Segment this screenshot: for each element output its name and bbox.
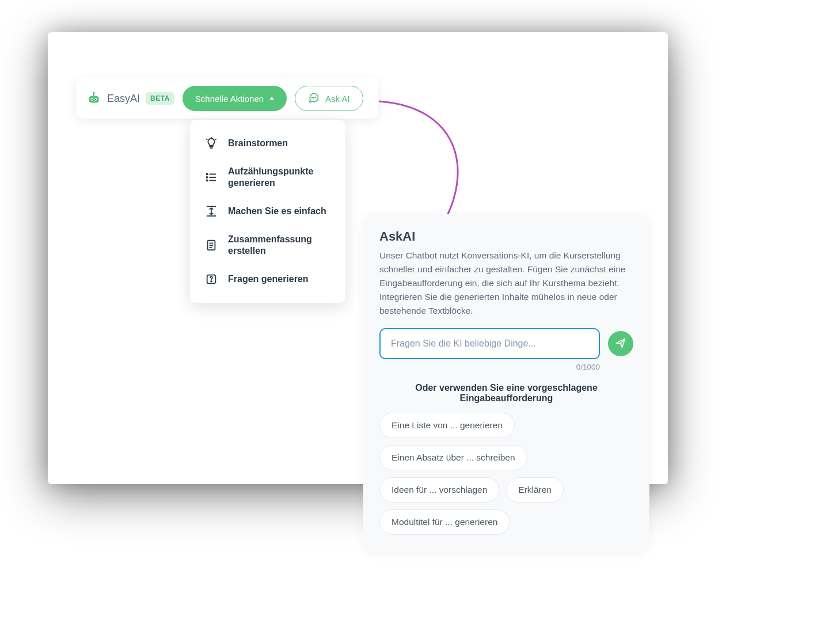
svg-point-17 — [207, 180, 208, 181]
quick-actions-label: Schnelle Aktionen — [195, 94, 264, 104]
dropdown-item-brainstorm[interactable]: Brainstormen — [190, 129, 345, 158]
chat-bubble-icon — [308, 92, 320, 105]
chevron-up-icon — [269, 97, 274, 100]
svg-rect-2 — [89, 96, 98, 103]
char-count: 0/1000 — [379, 363, 633, 371]
svg-point-9 — [315, 97, 316, 97]
dropdown-item-summarize[interactable]: Zusammenfassung erstellen — [190, 226, 345, 265]
easyai-toolbar: EasyAI BETA Schnelle Aktionen Ask AI — [76, 78, 378, 119]
document-icon — [205, 239, 218, 252]
dropdown-item-bullets[interactable]: Aufzählungspunkte generieren — [190, 158, 345, 197]
dropdown-item-label: Aufzählungspunkte generieren — [228, 166, 330, 189]
svg-line-12 — [215, 139, 216, 140]
svg-point-13 — [207, 173, 208, 174]
suggestion-chip[interactable]: Einen Absatz über ... schreiben — [379, 445, 527, 470]
suggestion-chip[interactable]: Modultitel für ... generieren — [379, 509, 510, 535]
panel-description: Unser Chatbot nutzt Konversations-KI, um… — [379, 249, 633, 318]
send-icon — [615, 337, 626, 351]
svg-point-5 — [92, 99, 93, 100]
dropdown-item-label: Zusammenfassung erstellen — [228, 234, 330, 257]
suggestion-chips: Eine Liste von ... generieren Einen Absa… — [379, 413, 633, 535]
robot-icon — [86, 91, 101, 106]
list-icon — [205, 171, 218, 184]
prompt-input[interactable] — [379, 328, 600, 359]
send-button[interactable] — [608, 331, 633, 356]
brand: EasyAI BETA — [86, 91, 174, 106]
svg-point-6 — [95, 99, 96, 100]
lightbulb-icon — [205, 137, 218, 150]
suggestion-chip[interactable]: Ideen für ... vorschlagen — [379, 477, 499, 503]
brand-label: EasyAI — [107, 93, 140, 105]
beta-badge: BETA — [146, 92, 174, 105]
askai-panel: AskAI Unser Chatbot nutzt Konversations-… — [363, 214, 649, 552]
suggestion-chip[interactable]: Eine Liste von ... generieren — [379, 413, 515, 438]
svg-point-0 — [93, 92, 94, 94]
svg-point-15 — [207, 177, 208, 178]
quick-actions-button[interactable]: Schnelle Aktionen — [183, 86, 287, 111]
svg-point-8 — [313, 97, 314, 97]
compress-icon — [205, 205, 218, 218]
svg-line-11 — [207, 139, 207, 140]
question-icon — [205, 273, 218, 286]
prompt-input-row — [379, 328, 633, 359]
svg-point-7 — [311, 97, 312, 97]
dropdown-item-questions[interactable]: Fragen generieren — [190, 265, 345, 294]
quick-actions-dropdown: Brainstormen Aufzählungspunkte generiere… — [190, 120, 345, 303]
ask-ai-label: Ask AI — [325, 94, 350, 104]
dropdown-item-label: Brainstormen — [228, 138, 288, 149]
suggestions-heading: Oder verwenden Sie eine vorgeschlagene E… — [379, 383, 633, 404]
panel-title: AskAI — [379, 229, 633, 244]
app-canvas: EasyAI BETA Schnelle Aktionen Ask AI — [48, 32, 668, 484]
svg-point-26 — [211, 281, 212, 282]
suggestion-chip[interactable]: Erklären — [506, 477, 564, 503]
dropdown-item-simplify[interactable]: Machen Sie es einfach — [190, 197, 345, 226]
dropdown-item-label: Fragen generieren — [228, 273, 309, 285]
dropdown-item-label: Machen Sie es einfach — [228, 206, 326, 217]
ask-ai-button[interactable]: Ask AI — [295, 86, 363, 111]
